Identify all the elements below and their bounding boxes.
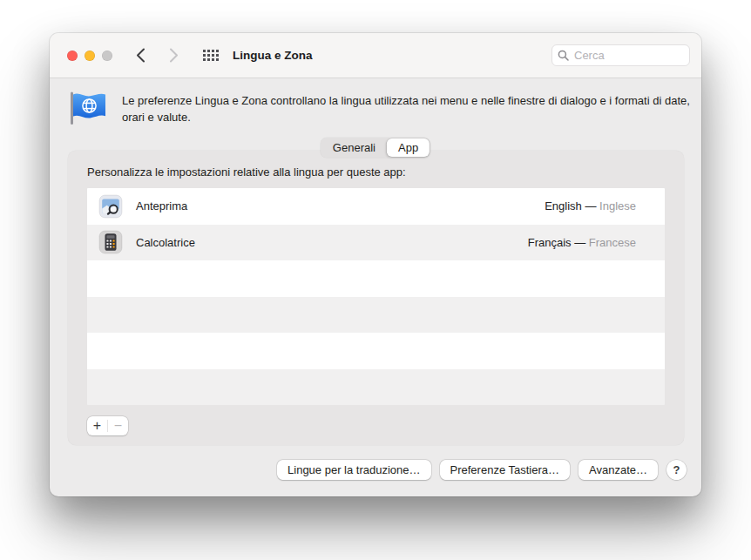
chevron-right-icon bbox=[169, 48, 179, 63]
forward-button bbox=[165, 46, 182, 65]
add-app-button[interactable]: + bbox=[87, 416, 107, 435]
calculator-app-icon bbox=[98, 230, 123, 254]
preview-app-icon bbox=[98, 194, 123, 219]
app-language-value: Français — Francese bbox=[528, 236, 665, 249]
tab-generali[interactable]: Generali bbox=[321, 138, 387, 157]
close-button[interactable] bbox=[67, 51, 78, 61]
table-row-anteprima[interactable]: Anteprima English — Inglese bbox=[87, 188, 665, 225]
search-input[interactable] bbox=[572, 48, 676, 63]
app-language-table[interactable]: Anteprima English — Inglese bbox=[87, 188, 665, 405]
language-primary: Français — bbox=[528, 236, 585, 249]
table-row-empty bbox=[87, 260, 665, 297]
language-secondary: Inglese bbox=[599, 199, 636, 213]
language-secondary: Francese bbox=[589, 236, 636, 249]
show-all-preferences-grid-icon[interactable] bbox=[203, 50, 219, 61]
minimize-button[interactable] bbox=[85, 51, 95, 61]
table-row-empty bbox=[87, 333, 665, 369]
search-field[interactable] bbox=[551, 44, 690, 66]
translation-languages-button[interactable]: Lingue per la traduzione… bbox=[277, 460, 431, 480]
zoom-button bbox=[102, 51, 112, 61]
preferences-description: Le preferenze Lingua e Zona controllano … bbox=[122, 93, 697, 125]
language-primary: English — bbox=[545, 199, 596, 213]
tab-app[interactable]: App bbox=[387, 138, 430, 157]
add-remove-control: + − bbox=[87, 416, 128, 435]
advanced-button[interactable]: Avanzate… bbox=[578, 460, 658, 480]
window-title: Lingua e Zona bbox=[233, 49, 313, 62]
search-icon bbox=[558, 50, 569, 61]
desktop: Lingua e Zona bbox=[0, 0, 751, 560]
panel-caption: Personalizza le impostazioni relative al… bbox=[87, 165, 406, 179]
app-name: Calcolatrice bbox=[136, 236, 195, 249]
app-language-value: English — Inglese bbox=[545, 199, 665, 213]
footer-button-row: Lingue per la traduzione… Preferenze Tas… bbox=[50, 459, 701, 480]
back-button[interactable] bbox=[132, 46, 149, 65]
help-button[interactable]: ? bbox=[666, 460, 687, 480]
table-row-calcolatrice[interactable]: Calcolatrice Français — Francese bbox=[87, 225, 665, 261]
app-language-panel: Personalizza le impostazioni relative al… bbox=[68, 151, 684, 445]
table-row-empty bbox=[87, 297, 665, 334]
remove-app-button: − bbox=[108, 416, 128, 435]
app-name: Anteprima bbox=[136, 199, 187, 213]
language-region-flag-icon bbox=[67, 91, 107, 125]
chevron-left-icon bbox=[136, 48, 145, 63]
table-row-empty bbox=[87, 369, 665, 406]
intro-section: Le preferenze Lingua e Zona controllano … bbox=[67, 91, 697, 125]
titlebar[interactable]: Lingua e Zona bbox=[50, 33, 701, 78]
keyboard-preferences-button[interactable]: Preferenze Tastiera… bbox=[440, 460, 571, 480]
language-region-preferences-window: Lingua e Zona bbox=[50, 33, 701, 496]
tab-bar: Generali App bbox=[321, 138, 430, 158]
traffic-lights bbox=[67, 51, 112, 61]
